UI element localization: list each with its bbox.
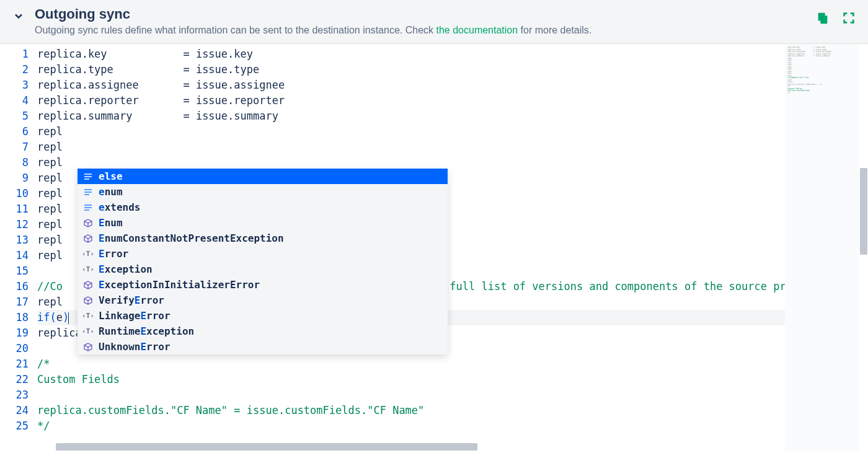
- keyword-icon: [82, 202, 94, 213]
- line-number: 13: [0, 232, 29, 248]
- autocomplete-item[interactable]: ‹T›Error: [78, 246, 448, 262]
- code-line[interactable]: replica.key = issue.key: [37, 46, 785, 62]
- vertical-scrollbar-thumb[interactable]: [860, 168, 867, 255]
- minimap-line: */: [787, 92, 857, 95]
- line-number: 23: [0, 387, 29, 403]
- autocomplete-label: extends: [99, 200, 140, 215]
- class-icon: [82, 280, 94, 291]
- type-param-icon: ‹T›: [82, 249, 94, 260]
- autocomplete-label: LinkageError: [99, 308, 170, 324]
- fullscreen-icon[interactable]: [842, 11, 856, 27]
- autocomplete-item[interactable]: extends: [78, 200, 448, 215]
- editor-main: 1234567891011121314151617181920212223242…: [0, 44, 785, 451]
- vertical-scrollbar[interactable]: [859, 44, 868, 451]
- editor-container: 1234567891011121314151617181920212223242…: [0, 44, 868, 451]
- line-number: 25: [0, 418, 29, 434]
- line-number: 17: [0, 294, 29, 310]
- horizontal-scrollbar-thumb[interactable]: [56, 443, 477, 451]
- keyword-icon: [82, 187, 94, 198]
- section-header: Outgoing sync Outgoing sync rules define…: [0, 0, 868, 44]
- line-number: 4: [0, 93, 29, 108]
- line-number: 3: [0, 77, 29, 93]
- code-line[interactable]: replica.summary = issue.summary: [37, 108, 785, 124]
- autocomplete-item[interactable]: ‹T›Exception: [78, 262, 448, 277]
- line-number: 24: [0, 403, 29, 418]
- copy-icon[interactable]: [816, 11, 830, 27]
- collapse-chevron-icon[interactable]: [12, 10, 25, 25]
- type-param-icon: ‹T›: [82, 264, 94, 275]
- autocomplete-label: ExceptionInInitializerError: [99, 277, 260, 293]
- code-line[interactable]: replica.type = issue.type: [37, 62, 785, 77]
- line-number: 8: [0, 155, 29, 170]
- autocomplete-label: UnknownError: [99, 339, 170, 355]
- code-line[interactable]: replica.customFields."CF Name" = issue.c…: [37, 403, 785, 418]
- line-number: 2: [0, 62, 29, 77]
- code-line[interactable]: /*: [37, 356, 785, 372]
- autocomplete-item[interactable]: ExceptionInInitializerError: [78, 277, 448, 293]
- autocomplete-item[interactable]: UnknownError: [78, 339, 448, 355]
- code-line[interactable]: repl: [37, 139, 785, 155]
- line-number: 10: [0, 186, 29, 201]
- line-number: 7: [0, 139, 29, 155]
- line-number: 1: [0, 46, 29, 62]
- line-number-gutter: 1234567891011121314151617181920212223242…: [0, 44, 37, 451]
- autocomplete-item[interactable]: ‹T›LinkageError: [78, 308, 448, 324]
- cursor: [68, 312, 69, 324]
- code-line[interactable]: */: [37, 418, 785, 434]
- line-number: 12: [0, 217, 29, 232]
- section-subtitle: Outgoing sync rules define what informat…: [35, 25, 816, 36]
- autocomplete-popup[interactable]: elseenumextendsEnumEnumConstantNotPresen…: [78, 169, 448, 355]
- autocomplete-item[interactable]: enum: [78, 184, 448, 200]
- class-icon: [82, 218, 94, 229]
- autocomplete-label: Error: [99, 246, 128, 262]
- autocomplete-label: Exception: [99, 262, 153, 277]
- header-actions: [816, 11, 856, 27]
- line-number: 11: [0, 201, 29, 217]
- horizontal-scrollbar[interactable]: [37, 443, 702, 451]
- line-number: 19: [0, 325, 29, 341]
- code-line[interactable]: [37, 387, 785, 403]
- autocomplete-label: RuntimeException: [99, 324, 194, 339]
- code-line[interactable]: replica.reporter = issue.reporter: [37, 93, 785, 108]
- autocomplete-item[interactable]: ‹T›RuntimeException: [78, 324, 448, 339]
- code-line[interactable]: repl: [37, 124, 785, 139]
- autocomplete-label: Enum: [99, 215, 123, 231]
- autocomplete-label: VerifyError: [99, 293, 164, 308]
- autocomplete-label: else: [99, 169, 123, 184]
- line-number: 14: [0, 248, 29, 263]
- autocomplete-item[interactable]: EnumConstantNotPresentException: [78, 231, 448, 246]
- class-icon: [82, 233, 94, 244]
- subtitle-after: for more details.: [518, 25, 591, 35]
- svg-rect-1: [818, 13, 825, 21]
- autocomplete-label: EnumConstantNotPresentException: [99, 231, 284, 246]
- documentation-link[interactable]: the documentation: [436, 25, 518, 35]
- line-number: 9: [0, 170, 29, 186]
- autocomplete-label: enum: [99, 184, 123, 200]
- line-number: 22: [0, 372, 29, 387]
- subtitle-before: Outgoing sync rules define what informat…: [35, 25, 436, 35]
- code-line[interactable]: Custom Fields: [37, 372, 785, 387]
- keyword-icon: [82, 171, 94, 182]
- autocomplete-item[interactable]: VerifyError: [78, 293, 448, 308]
- line-number: 16: [0, 279, 29, 294]
- class-icon: [82, 295, 94, 306]
- autocomplete-item[interactable]: else: [78, 169, 448, 184]
- line-number: 18: [0, 310, 29, 325]
- line-number: 5: [0, 108, 29, 124]
- autocomplete-item[interactable]: Enum: [78, 215, 448, 231]
- type-param-icon: ‹T›: [82, 326, 94, 337]
- minimap[interactable]: replica.key = issue.keyreplica.type = is…: [785, 44, 859, 451]
- section-title: Outgoing sync: [35, 6, 816, 22]
- line-number: 6: [0, 124, 29, 139]
- header-text: Outgoing sync Outgoing sync rules define…: [35, 6, 816, 36]
- line-number: 21: [0, 356, 29, 372]
- code-line[interactable]: replica.assignee = issue.assignee: [37, 77, 785, 93]
- type-param-icon: ‹T›: [82, 310, 94, 322]
- class-icon: [82, 341, 94, 353]
- line-number: 15: [0, 263, 29, 279]
- line-number: 20: [0, 341, 29, 356]
